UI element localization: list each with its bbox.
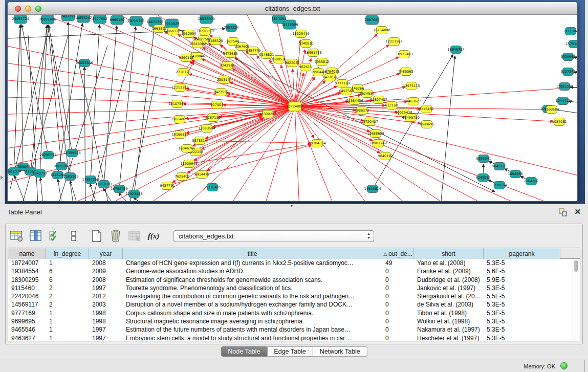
graph-node-label: 16961758 [304,51,321,55]
table-selector-dropdown[interactable]: citations_edges.txt ▲▼ [173,230,374,242]
graph-node-label: 2718120 [176,70,191,74]
black-edge[interactable] [128,76,156,201]
memory-status-icon[interactable] [560,362,568,369]
create-table-icon[interactable] [90,229,104,243]
network-window-title: citations_edges.txt [8,5,577,12]
table-row[interactable]: 946554611997Estimation of the future num… [8,325,580,334]
table-cell: 2008 [89,259,123,267]
column-header-pagerank[interactable]: pagerank [484,248,560,259]
red-edge[interactable] [295,86,577,106]
black-edge[interactable] [134,198,152,201]
function-builder-icon[interactable]: f(x) [146,229,161,243]
graph-node-label: 16046766 [178,146,195,150]
column-header-in_degree[interactable]: in_degree [46,248,89,259]
graph-node-label: 19166852 [171,133,188,137]
table-cell: 18724007 [8,259,46,267]
black-edge[interactable] [172,26,495,192]
red-edge[interactable] [295,106,299,201]
tab-network-table[interactable]: Network Table [313,346,367,357]
graph-node-label: 6794028 [325,70,340,74]
table-cell: Structural magnetic resonance image aver… [123,317,382,325]
red-edge[interactable] [232,69,295,106]
graph-node-label: 24055724 [12,17,29,21]
red-edge[interactable] [295,106,494,201]
graph-node-label: 3912374 [8,169,21,173]
graph-node-label: 9699695 [420,122,434,126]
graph-node-label: 6914479 [195,172,210,177]
graph-node-label: 10958107 [95,182,112,186]
column-header-label: in_degree [54,250,81,257]
table-row[interactable]: 946362711997Embryonic stem cells: a mode… [8,334,580,341]
red-edge[interactable] [186,89,295,106]
table-cell: Estimation of the future numbers of pati… [123,325,382,334]
table-row[interactable]: 1456911722003Disruption of a novel membe… [8,300,580,309]
delete-table-icon [127,229,142,243]
table-cell: 2012 [89,292,123,300]
table-row[interactable]: 977716911998Corpus callosum shape and si… [8,309,580,317]
table-cell: 9777169 [8,309,46,317]
column-header-title[interactable]: title [123,248,382,259]
red-edge[interactable] [295,106,371,201]
table-cell: Estimation of significance thresholds fo… [123,276,382,284]
table-row[interactable]: 911546021997Tourette syndrome. Phenomeno… [8,284,580,292]
row-height-icon[interactable] [67,229,81,243]
close-panel-icon[interactable]: ✕ [574,207,581,216]
table-cell: 5.3E-5 [484,284,560,292]
select-all-rows-icon[interactable] [48,229,62,243]
left-splitter-arrow[interactable] [1,176,3,180]
graph-node-label: 2803144 [217,78,232,82]
table-row[interactable]: 1830029562008Estimation of significance … [8,276,580,284]
table-row[interactable]: 969969511998Structural magnetic resonanc… [8,317,580,325]
table-cell: 0 [382,334,414,341]
table-row[interactable]: 2242004622012Investigating the contribut… [8,292,580,300]
graph-node-label: 2367608 [235,45,250,49]
column-header-year[interactable]: year [89,248,123,259]
table-cell: 0 [382,292,414,300]
black-edge[interactable] [14,176,28,201]
black-edge[interactable] [40,178,43,201]
graph-node-label: 7663822 [152,27,167,31]
table-cell: 1 [46,317,89,325]
red-edge[interactable] [192,60,295,106]
table-cell: Genome-wide association studies in ADHD. [123,267,382,275]
column-header-name[interactable]: name [8,248,46,259]
graph-node-label: 8186328 [208,39,223,43]
panel-splitter-handle-icon[interactable]: ▾ [291,204,293,208]
column-header-short[interactable]: short [414,248,484,259]
table-cell: Stergiakouli et al. (2012) [414,292,484,300]
graph-node-label: 2493791 [61,15,76,18]
graph-node-label: 9457791 [160,184,175,188]
black-edge[interactable] [14,25,20,171]
column-header-out_de[interactable]: △out_de... [382,248,414,259]
table-cell: 5.3E-5 [484,259,560,267]
red-edge[interactable] [295,106,577,179]
table-row[interactable]: 1872400712008Changes of HCN gene express… [8,259,580,267]
show-columns-icon[interactable] [29,229,43,243]
table-cell: 0 [382,267,414,275]
black-edge[interactable] [440,56,455,201]
scrollbar-thumb[interactable] [574,260,578,272]
tab-edge-table[interactable]: Edge Table [267,346,313,357]
network-canvas[interactable]: 2405572420691406249379110653247152760269… [8,15,577,201]
graph-node-label: 19384554 [309,141,325,145]
sort-ascending-icon: △ [383,251,387,256]
black-edge[interactable] [104,26,117,184]
network-window-titlebar[interactable]: citations_edges.txt [8,2,577,15]
float-panel-icon[interactable] [558,208,568,217]
red-edge[interactable] [8,79,295,106]
red-edge[interactable] [64,15,295,106]
tab-node-table[interactable]: Node Table [221,346,267,357]
black-edge[interactable] [48,25,61,166]
red-edge[interactable] [8,106,295,115]
black-edge[interactable] [91,25,99,180]
table-cell: Tibbo et al. (1998) [414,309,484,317]
red-edge[interactable] [295,106,335,201]
graph-node-label: 9227341 [561,70,576,74]
table-row[interactable]: 1938455462009Genome-wide association stu… [8,267,580,275]
vertical-scrollbar[interactable] [573,260,579,340]
table-options-icon[interactable] [10,229,24,243]
black-edge[interactable] [119,27,136,189]
delete-rows-icon[interactable] [108,229,123,243]
table-cell: Nakamura et al. (1997) [414,325,484,334]
table-cell: 1997 [89,325,123,334]
